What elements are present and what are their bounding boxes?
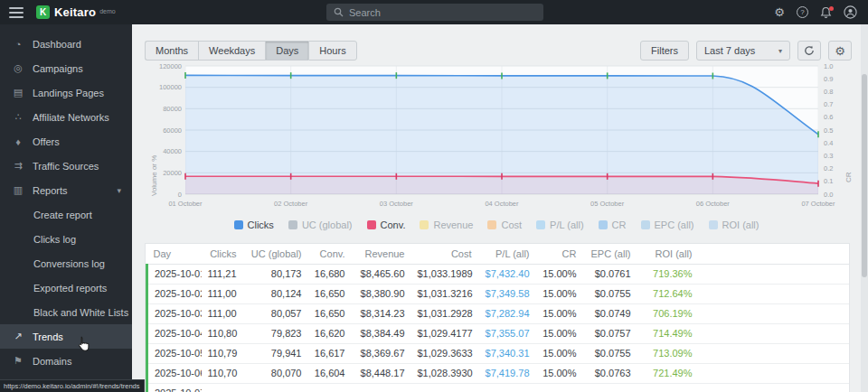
sidebar-items: ◔Dashboard◎Campaigns▤Landings Pages∴Affi… [0,32,132,373]
sidebar-item-label: Dashboard [33,39,81,50]
table-cell: $1,033.1989 [411,264,478,284]
column-header-cost[interactable]: Cost [411,244,478,264]
x-tick-label: 04 October [485,200,519,208]
table-row[interactable]: 2025-10-01111,2180,17316,680$8,465.60$1,… [147,264,850,284]
legend-label: UC (global) [302,219,353,230]
table-cell: 712.64% [637,284,699,303]
table-row[interactable]: 2025-10-02111,0080,12416,650$8,380.90$1,… [147,284,850,303]
table-cell: 15.00% [536,363,583,383]
legend-item-conv[interactable]: Conv. [367,219,406,230]
table-cell-filler [699,323,850,343]
y-tick-label-right: 0.8 [824,88,833,96]
table-row[interactable]: 2025-10-05110,7979,94116,617$8,369.67$1,… [147,343,850,363]
column-header-uc-global[interactable]: UC (global) [243,244,308,264]
trends-icon: ↗ [12,331,24,342]
table-row[interactable]: 2025-10-03111,0080,05716,650$8,314.23$1,… [147,303,850,323]
keitaro-logo[interactable]: K Keitaro demo [36,5,116,19]
sidebar-item-label: Trends [33,331,63,342]
column-header-clicks[interactable]: Clicks [202,244,243,264]
table-cell [308,383,352,392]
page-scrollbar[interactable] [861,24,868,392]
y-tick-label-right: 0.7 [824,100,833,108]
table-cell [637,383,699,392]
column-header-roi-all[interactable]: ROI (all) [637,244,699,264]
column-header-conv[interactable]: Conv. [308,244,352,264]
table-cell: 16,650 [308,284,352,303]
menu-icon[interactable] [9,7,24,18]
table-cell: 706.19% [637,303,699,323]
table-cell: 79,941 [243,343,308,363]
tab-hours[interactable]: Hours [308,41,356,61]
table-cell: 80,124 [243,284,308,303]
tab-weekdays[interactable]: Weekdays [198,41,265,61]
sidebar-item-affiliate-networks[interactable]: ∴Affiliate Networks [0,105,132,129]
column-header-cr[interactable]: CR [536,244,583,264]
trends-chart: 01 October02 October03 October04 October… [143,61,848,219]
sidebar-item-landings-pages[interactable]: ▤Landings Pages [0,80,132,105]
legend-label: Conv. [381,219,406,230]
table-cell: $7,340.31 [478,343,536,363]
sidebar-item-trends[interactable]: ↗Trends [0,324,132,349]
table-cell: $0.0763 [583,363,637,383]
refresh-button[interactable] [797,41,821,61]
table-cell [202,383,243,392]
table-cell [411,383,478,392]
campaigns-icon: ◎ [12,62,24,74]
sidebar-item-label: Affiliate Networks [33,112,109,123]
legend-item-p-l-all[interactable]: P/L (all) [536,219,584,230]
table-cell: $1,029.3633 [411,343,478,363]
sidebar-item-domains[interactable]: ⚑Domains [0,349,132,373]
table-row[interactable]: 2025-10-04110,8079,82316,620$8,384.49$1,… [147,323,850,343]
legend-swatch-icon [367,220,376,229]
sidebar-item-offers[interactable]: ♦Offers [0,129,132,154]
account-icon[interactable] [844,5,857,19]
sidebar-item-dashboard[interactable]: ◔Dashboard [0,32,132,56]
legend-item-roi-all[interactable]: ROI (all) [709,219,760,230]
offers-icon: ♦ [12,136,24,147]
legend-item-revenue[interactable]: Revenue [420,219,473,230]
table-row[interactable]: 2025-10-07 [147,383,850,392]
table-cell: 110,79 [202,343,243,363]
sidebar-item-black-white-lists[interactable]: Black and White Lists [0,300,132,324]
table-cell: 111,21 [202,264,243,284]
tab-days[interactable]: Days [265,41,308,61]
sidebar-item-exported-reports[interactable]: Exported reports [0,275,132,300]
sidebar-item-reports[interactable]: ▥Reports▾ [0,178,132,202]
sidebar-item-create-report[interactable]: Create report [0,202,132,227]
table-cell: $7,432.40 [478,264,536,284]
table-cell: 15.00% [536,323,583,343]
column-header-p-l-all[interactable]: P/L (all) [478,244,536,264]
sidebar-item-label: Black and White Lists [33,307,128,318]
tab-months[interactable]: Months [145,41,198,61]
sidebar-item-label: Campaigns [33,63,83,74]
table-cell: 713.09% [637,343,699,363]
notifications-bell-icon[interactable] [820,6,832,19]
sidebar-item-label: Offers [33,136,60,147]
filters-button[interactable]: Filters [640,41,689,61]
legend-item-clicks[interactable]: Clicks [234,219,274,230]
table-cell: 2025-10-02 [147,284,202,303]
table-cell: 15.00% [536,343,583,363]
sidebar-item-clicks-log[interactable]: Clicks log [0,227,132,251]
legend-item-cr[interactable]: CR [599,219,627,230]
sidebar: ◔Dashboard◎Campaigns▤Landings Pages∴Affi… [0,24,132,392]
trends-table: DayClicksUC (global)Conv.RevenueCostP/L … [146,244,849,392]
help-icon[interactable]: ? [797,6,808,18]
search-input[interactable]: Search [326,4,543,21]
legend-item-epc-all[interactable]: EPC (all) [641,219,694,230]
column-header-epc-all[interactable]: EPC (all) [583,244,637,264]
sidebar-item-conversions-log[interactable]: Conversions log [0,251,132,275]
scrollbar-thumb[interactable] [862,74,867,277]
trends-chart-area: Volume or % 01 October02 October03 Octob… [132,61,861,234]
chart-settings-button[interactable]: ⚙ [828,41,852,61]
legend-item-cost[interactable]: Cost [487,219,522,230]
legend-item-uc-global[interactable]: UC (global) [288,219,353,230]
sidebar-item-traffic-sources[interactable]: ⇉Traffic Sources [0,154,132,178]
sidebar-item-campaigns[interactable]: ◎Campaigns [0,56,132,80]
table-row[interactable]: 2025-10-06110,7080,07016,604$8,448.17$1,… [147,363,850,383]
settings-icon[interactable]: ⚙ [774,6,785,18]
column-header-day[interactable]: Day [147,244,202,264]
table-cell: $7,419.78 [478,363,536,383]
date-range-select[interactable]: Last 7 days ▾ [696,41,790,61]
column-header-revenue[interactable]: Revenue [352,244,411,264]
